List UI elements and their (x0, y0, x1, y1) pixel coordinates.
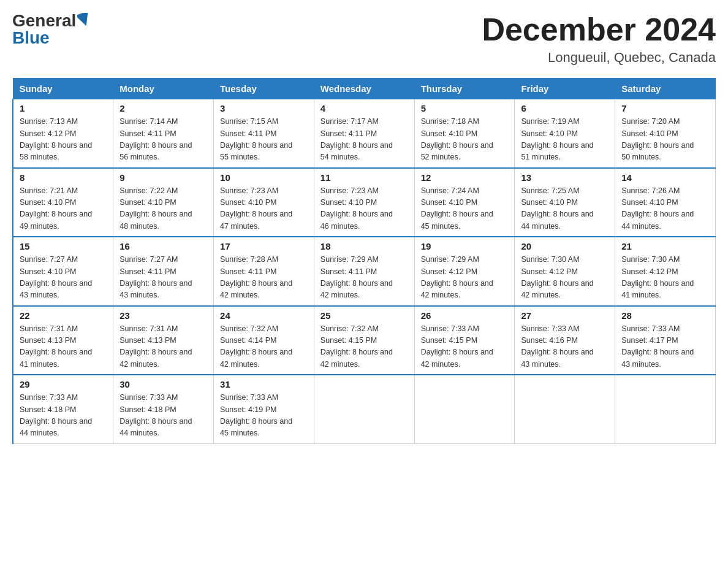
day-number: 27 (521, 310, 609, 321)
calendar-day-cell: 3Sunrise: 7:15 AMSunset: 4:11 PMDaylight… (214, 99, 314, 168)
day-info: Sunrise: 7:26 AMSunset: 4:10 PMDaylight:… (621, 185, 709, 233)
calendar-day-cell: 10Sunrise: 7:23 AMSunset: 4:10 PMDayligh… (214, 168, 314, 237)
col-monday: Monday (113, 79, 214, 99)
calendar-header-row: Sunday Monday Tuesday Wednesday Thursday… (13, 79, 716, 99)
day-number: 13 (521, 172, 609, 183)
day-info: Sunrise: 7:29 AMSunset: 4:11 PMDaylight:… (320, 254, 408, 302)
calendar-day-cell: 11Sunrise: 7:23 AMSunset: 4:10 PMDayligh… (314, 168, 414, 237)
day-info: Sunrise: 7:27 AMSunset: 4:11 PMDaylight:… (119, 254, 207, 302)
calendar-day-cell (615, 375, 716, 443)
calendar-day-cell: 18Sunrise: 7:29 AMSunset: 4:11 PMDayligh… (314, 237, 414, 306)
calendar-week-row: 29Sunrise: 7:33 AMSunset: 4:18 PMDayligh… (13, 375, 716, 443)
calendar-day-cell: 5Sunrise: 7:18 AMSunset: 4:10 PMDaylight… (414, 99, 515, 168)
calendar-day-cell: 30Sunrise: 7:33 AMSunset: 4:18 PMDayligh… (113, 375, 214, 443)
calendar-table: Sunday Monday Tuesday Wednesday Thursday… (12, 78, 716, 444)
calendar-day-cell: 23Sunrise: 7:31 AMSunset: 4:13 PMDayligh… (113, 306, 214, 375)
calendar-day-cell: 15Sunrise: 7:27 AMSunset: 4:10 PMDayligh… (13, 237, 113, 306)
day-number: 30 (119, 379, 207, 389)
calendar-day-cell: 16Sunrise: 7:27 AMSunset: 4:11 PMDayligh… (113, 237, 214, 306)
day-info: Sunrise: 7:33 AMSunset: 4:18 PMDaylight:… (20, 392, 107, 440)
day-info: Sunrise: 7:24 AMSunset: 4:10 PMDaylight:… (421, 185, 509, 233)
day-info: Sunrise: 7:22 AMSunset: 4:10 PMDaylight:… (119, 185, 207, 233)
day-info: Sunrise: 7:13 AMSunset: 4:12 PMDaylight:… (20, 116, 107, 164)
logo-blue-text: Blue (12, 28, 50, 47)
day-info: Sunrise: 7:32 AMSunset: 4:15 PMDaylight:… (320, 323, 408, 371)
col-tuesday: Tuesday (214, 79, 314, 99)
day-info: Sunrise: 7:23 AMSunset: 4:10 PMDaylight:… (220, 185, 308, 233)
day-number: 12 (421, 172, 509, 183)
day-info: Sunrise: 7:23 AMSunset: 4:10 PMDaylight:… (320, 185, 408, 233)
day-info: Sunrise: 7:15 AMSunset: 4:11 PMDaylight:… (220, 116, 308, 164)
calendar-day-cell: 26Sunrise: 7:33 AMSunset: 4:15 PMDayligh… (414, 306, 515, 375)
day-number: 20 (521, 241, 609, 251)
calendar-body: 1Sunrise: 7:13 AMSunset: 4:12 PMDaylight… (13, 99, 716, 444)
col-thursday: Thursday (414, 79, 515, 99)
calendar-week-row: 8Sunrise: 7:21 AMSunset: 4:10 PMDaylight… (13, 168, 716, 237)
logo-arrow-icon (77, 13, 91, 26)
day-number: 4 (320, 103, 408, 113)
day-info: Sunrise: 7:20 AMSunset: 4:10 PMDaylight:… (621, 116, 709, 164)
logo: General Blue (12, 12, 91, 47)
day-info: Sunrise: 7:31 AMSunset: 4:13 PMDaylight:… (119, 323, 207, 371)
title-section: December 2024 Longueuil, Quebec, Canada (482, 12, 716, 66)
day-number: 8 (20, 172, 107, 183)
day-number: 28 (621, 310, 709, 321)
page-header: General Blue December 2024 Longueuil, Qu… (12, 12, 716, 66)
day-number: 17 (220, 241, 308, 251)
day-number: 18 (320, 241, 408, 251)
day-number: 31 (220, 379, 308, 389)
day-number: 25 (320, 310, 408, 321)
calendar-day-cell: 1Sunrise: 7:13 AMSunset: 4:12 PMDaylight… (13, 99, 113, 168)
calendar-day-cell: 24Sunrise: 7:32 AMSunset: 4:14 PMDayligh… (214, 306, 314, 375)
day-info: Sunrise: 7:33 AMSunset: 4:17 PMDaylight:… (621, 323, 709, 371)
calendar-day-cell: 8Sunrise: 7:21 AMSunset: 4:10 PMDaylight… (13, 168, 113, 237)
day-number: 6 (521, 103, 609, 113)
calendar-day-cell: 21Sunrise: 7:30 AMSunset: 4:12 PMDayligh… (615, 237, 716, 306)
col-saturday: Saturday (615, 79, 716, 99)
day-number: 26 (421, 310, 509, 321)
day-number: 14 (621, 172, 709, 183)
calendar-day-cell: 9Sunrise: 7:22 AMSunset: 4:10 PMDaylight… (113, 168, 214, 237)
day-info: Sunrise: 7:33 AMSunset: 4:19 PMDaylight:… (220, 392, 308, 440)
calendar-day-cell: 12Sunrise: 7:24 AMSunset: 4:10 PMDayligh… (414, 168, 515, 237)
location-subtitle: Longueuil, Quebec, Canada (482, 50, 716, 66)
calendar-week-row: 22Sunrise: 7:31 AMSunset: 4:13 PMDayligh… (13, 306, 716, 375)
calendar-day-cell (515, 375, 615, 443)
calendar-day-cell: 7Sunrise: 7:20 AMSunset: 4:10 PMDaylight… (615, 99, 716, 168)
day-info: Sunrise: 7:30 AMSunset: 4:12 PMDaylight:… (521, 254, 609, 302)
calendar-day-cell: 6Sunrise: 7:19 AMSunset: 4:10 PMDaylight… (515, 99, 615, 168)
day-number: 19 (421, 241, 509, 251)
calendar-day-cell: 29Sunrise: 7:33 AMSunset: 4:18 PMDayligh… (13, 375, 113, 443)
calendar-day-cell: 31Sunrise: 7:33 AMSunset: 4:19 PMDayligh… (214, 375, 314, 443)
day-info: Sunrise: 7:18 AMSunset: 4:10 PMDaylight:… (421, 116, 509, 164)
day-info: Sunrise: 7:21 AMSunset: 4:10 PMDaylight:… (20, 185, 107, 233)
calendar-day-cell: 2Sunrise: 7:14 AMSunset: 4:11 PMDaylight… (113, 99, 214, 168)
calendar-day-cell (314, 375, 414, 443)
day-number: 7 (621, 103, 709, 113)
calendar-week-row: 1Sunrise: 7:13 AMSunset: 4:12 PMDaylight… (13, 99, 716, 168)
day-number: 29 (20, 379, 107, 389)
calendar-day-cell (414, 375, 515, 443)
calendar-week-row: 15Sunrise: 7:27 AMSunset: 4:10 PMDayligh… (13, 237, 716, 306)
calendar-day-cell: 27Sunrise: 7:33 AMSunset: 4:16 PMDayligh… (515, 306, 615, 375)
col-sunday: Sunday (13, 79, 113, 99)
col-friday: Friday (515, 79, 615, 99)
day-number: 15 (20, 241, 107, 251)
svg-marker-0 (77, 13, 91, 26)
calendar-day-cell: 13Sunrise: 7:25 AMSunset: 4:10 PMDayligh… (515, 168, 615, 237)
calendar-day-cell: 28Sunrise: 7:33 AMSunset: 4:17 PMDayligh… (615, 306, 716, 375)
day-number: 16 (119, 241, 207, 251)
day-number: 22 (20, 310, 107, 321)
day-info: Sunrise: 7:32 AMSunset: 4:14 PMDaylight:… (220, 323, 308, 371)
day-number: 24 (220, 310, 308, 321)
day-info: Sunrise: 7:33 AMSunset: 4:15 PMDaylight:… (421, 323, 509, 371)
day-info: Sunrise: 7:30 AMSunset: 4:12 PMDaylight:… (621, 254, 709, 302)
day-number: 1 (20, 103, 107, 113)
calendar-day-cell: 19Sunrise: 7:29 AMSunset: 4:12 PMDayligh… (414, 237, 515, 306)
calendar-day-cell: 17Sunrise: 7:28 AMSunset: 4:11 PMDayligh… (214, 237, 314, 306)
day-info: Sunrise: 7:19 AMSunset: 4:10 PMDaylight:… (521, 116, 609, 164)
day-info: Sunrise: 7:33 AMSunset: 4:16 PMDaylight:… (521, 323, 609, 371)
day-info: Sunrise: 7:33 AMSunset: 4:18 PMDaylight:… (119, 392, 207, 440)
calendar-day-cell: 14Sunrise: 7:26 AMSunset: 4:10 PMDayligh… (615, 168, 716, 237)
day-number: 11 (320, 172, 408, 183)
